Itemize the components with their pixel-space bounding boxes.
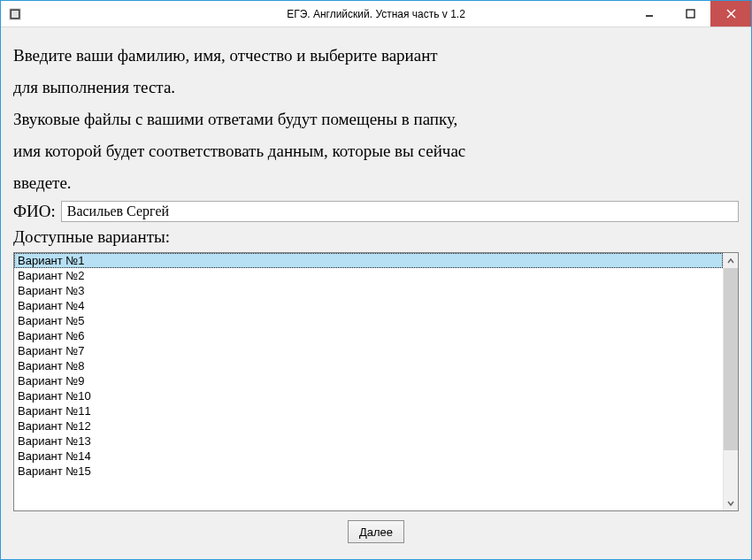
list-item[interactable]: Вариант №12: [14, 418, 723, 433]
scroll-down-button[interactable]: [724, 495, 738, 510]
instruction-line: введете.: [13, 167, 739, 199]
minimize-button[interactable]: [629, 1, 670, 27]
svg-rect-1: [12, 11, 19, 18]
window-controls: [629, 1, 751, 27]
list-item[interactable]: Вариант №8: [14, 358, 723, 373]
client-area: Введите ваши фамилию, имя, отчество и вы…: [1, 27, 751, 559]
variants-label: Доступные варианты:: [13, 227, 739, 247]
scrollbar[interactable]: [723, 253, 738, 510]
instruction-line: имя которой будет соответствовать данным…: [13, 135, 739, 167]
close-button[interactable]: [710, 1, 751, 27]
list-item[interactable]: Вариант №14: [14, 449, 723, 464]
list-item[interactable]: Вариант №2: [14, 268, 723, 283]
fio-label: ФИО:: [13, 202, 56, 221]
list-item[interactable]: Вариант №10: [14, 388, 723, 403]
fio-row: ФИО:: [13, 201, 739, 222]
list-item[interactable]: Вариант №4: [14, 298, 723, 313]
fio-input[interactable]: [61, 201, 739, 222]
scroll-track[interactable]: [724, 268, 738, 495]
next-button[interactable]: Далее: [348, 520, 404, 543]
titlebar[interactable]: ЕГЭ. Английский. Устная часть v 1.2: [1, 1, 751, 27]
instruction-line: Звуковые файлы с вашими ответами будут п…: [13, 104, 739, 135]
instruction-line: для выполнения теста.: [13, 72, 739, 104]
button-row: Далее: [13, 511, 739, 547]
instruction-text: Введите ваши фамилию, имя, отчество и вы…: [13, 40, 739, 199]
app-icon: [6, 1, 24, 27]
variants-list[interactable]: Вариант №1Вариант №2Вариант №3Вариант №4…: [14, 253, 723, 510]
list-item[interactable]: Вариант №1: [14, 253, 723, 268]
svg-rect-3: [687, 10, 694, 18]
variants-listbox[interactable]: Вариант №1Вариант №2Вариант №3Вариант №4…: [13, 252, 739, 511]
list-item[interactable]: Вариант №6: [14, 328, 723, 343]
app-window: ЕГЭ. Английский. Устная часть v 1.2 Введ…: [0, 0, 752, 560]
maximize-button[interactable]: [670, 1, 710, 27]
scroll-thumb[interactable]: [724, 268, 738, 450]
list-item[interactable]: Вариант №7: [14, 343, 723, 358]
list-item[interactable]: Вариант №13: [14, 433, 723, 449]
list-item[interactable]: Вариант №5: [14, 313, 723, 328]
list-item[interactable]: Вариант №11: [14, 403, 723, 418]
list-item[interactable]: Вариант №3: [14, 283, 723, 298]
scroll-up-button[interactable]: [724, 253, 738, 268]
list-item[interactable]: Вариант №9: [14, 373, 723, 388]
instruction-line: Введите ваши фамилию, имя, отчество и вы…: [13, 40, 739, 72]
list-item[interactable]: Вариант №15: [14, 464, 723, 479]
